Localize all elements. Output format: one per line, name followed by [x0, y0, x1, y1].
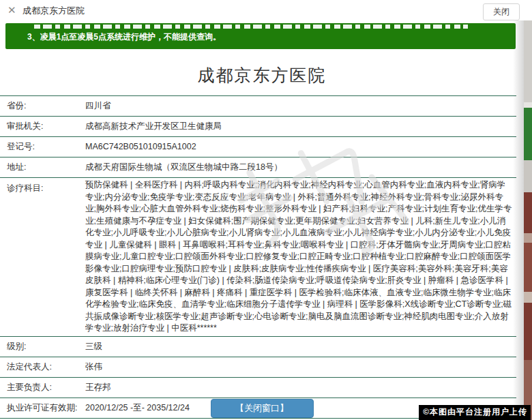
- table-row-level: 级别: 三级: [0, 337, 516, 357]
- row-label: 审批机关:: [0, 117, 85, 136]
- hospital-info-table: 省份: 四川省 审批机关: 成都高新技术产业开发区卫生健康局 登记号: MA6C…: [0, 95, 516, 419]
- table-row-address: 地址: 成都天府国际生物城（双流区生物城中路二段18号）: [0, 158, 516, 178]
- row-label: 法定代表人:: [0, 357, 85, 377]
- close-icon[interactable]: ✕: [8, 4, 16, 16]
- hospital-detail-modal: ✕ 成都京东方医院 关闭 3、凌晨1点至凌晨5点系统进行维护，不能提供查询。 成…: [0, 0, 524, 420]
- row-value: 成都高新技术产业开发区卫生健康局: [85, 117, 516, 136]
- row-value: 王存邦: [85, 378, 516, 397]
- table-row-registration-number: 登记号: MA6C742B051010915A1002: [0, 137, 516, 158]
- row-label: 地址:: [0, 158, 85, 177]
- table-row-clinical-departments: 诊疗科目: 预防保健科 | 全科医疗科 | 内科;呼吸内科专业;消化内科专业;神…: [0, 178, 516, 337]
- page-title: 成都京东方医院: [0, 64, 524, 87]
- row-value: 成都天府国际生物城（双流区生物城中路二段18号）: [85, 158, 516, 177]
- image-credit-badge: ©本图由平台注册用户上传: [419, 405, 531, 420]
- row-value: MA6C742B051010915A1002: [85, 137, 516, 157]
- notice-text: 3、凌晨1点至凌晨5点系统进行维护，不能提供查询。: [5, 30, 516, 44]
- row-value: 张伟: [85, 357, 516, 377]
- background-page-strip: [524, 20, 532, 420]
- table-row-approving-authority: 审批机关: 成都高新技术产业开发区卫生健康局: [0, 117, 516, 137]
- maintenance-notice-banner: 3、凌晨1点至凌晨5点系统进行维护，不能提供查询。: [5, 23, 516, 49]
- table-row-person-in-charge: 主要负责人: 王存邦: [0, 378, 516, 398]
- window-title: 成都京东方医院: [23, 5, 85, 17]
- close-button[interactable]: 关闭: [483, 3, 520, 20]
- row-label: 级别:: [0, 337, 85, 357]
- modal-title-bar: ✕ 成都京东方医院 关闭: [0, 0, 524, 20]
- row-label: 诊疗科目:: [0, 178, 85, 195]
- row-value: 预防保健科 | 全科医疗科 | 内科;呼吸内科专业;消化内科专业;神经内科专业;…: [85, 178, 516, 336]
- table-row-legal-representative: 法定代表人: 张伟: [0, 357, 516, 378]
- close-window-button[interactable]: 【关闭窗口】: [211, 399, 314, 418]
- row-label: 登记号:: [0, 137, 85, 157]
- row-value: 三级: [85, 337, 516, 357]
- row-label: 主要负责人:: [0, 378, 85, 397]
- row-value: 四川省: [85, 96, 516, 116]
- clipped-notice-line: [34, 25, 468, 29]
- table-row-province: 省份: 四川省: [0, 96, 516, 117]
- row-label: 省份:: [0, 96, 85, 116]
